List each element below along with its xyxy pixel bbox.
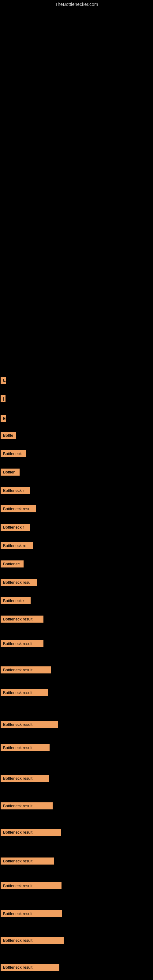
bottleneck-row: Bottleneck result [1,689,48,697]
bottleneck-label[interactable]: Bottleneck result [1,689,48,696]
bottleneck-label[interactable]: Bottleneck result [1,910,62,917]
bottleneck-row: Bottleneck resu [1,579,37,587]
bottleneck-label[interactable]: E [1,415,6,422]
bottleneck-label[interactable]: Bottleneck result [1,882,62,889]
bottleneck-label[interactable]: Bottle [1,432,16,439]
bottleneck-row: Bottlen [1,469,19,477]
bottleneck-label[interactable]: Bottleneck [1,450,26,457]
bottleneck-label[interactable]: E [1,377,6,384]
bottleneck-row: Bottleneck r [1,524,30,532]
bottleneck-label[interactable]: | [1,395,5,402]
bottleneck-label[interactable]: Bottlenec [1,560,24,568]
bottleneck-label[interactable]: Bottleneck result [1,858,54,865]
bottleneck-label[interactable]: Bottleneck result [1,667,51,673]
bottleneck-label[interactable]: Bottleneck result [1,640,43,647]
bottleneck-row: Bottleneck result [1,802,53,811]
site-title: TheBottlenecker.com [55,2,98,7]
bottleneck-row: Bottleneck [1,450,26,458]
bottleneck-row: Bottleneck result [1,910,62,918]
bottleneck-label[interactable]: Bottleneck r [1,597,30,604]
bottleneck-row: Bottleneck result [1,775,49,783]
bottleneck-label[interactable]: Bottleneck re [1,542,33,549]
bottleneck-label[interactable]: Bottleneck result [1,829,61,836]
bottleneck-label[interactable]: Bottleneck r [1,524,30,531]
bottleneck-label[interactable]: Bottleneck resu [1,579,37,586]
bottleneck-row: Bottle [1,432,16,440]
bottleneck-row: | [1,395,5,403]
bottleneck-label[interactable]: Bottleneck r [1,487,30,494]
bottleneck-label[interactable]: Bottleneck result [1,937,64,944]
site-title-container: TheBottlenecker.com [0,2,153,7]
bottleneck-label[interactable]: Bottlen [1,469,19,476]
bottleneck-label[interactable]: Bottleneck result [1,775,49,782]
bottleneck-row: E [1,377,6,385]
bottleneck-label[interactable]: Bottleneck result [1,802,53,810]
bottleneck-row: Bottleneck result [1,937,64,945]
bottleneck-row: Bottleneck result [1,882,62,891]
bottleneck-row: Bottleneck r [1,487,30,495]
bottleneck-row: Bottleneck r [1,597,30,605]
bottleneck-label[interactable]: Bottleneck result [1,744,49,751]
bottleneck-row: Bottleneck result [1,667,51,675]
bottleneck-row: Bottleneck result [1,964,59,972]
bottleneck-row: Bottleneck result [1,829,61,837]
bottleneck-row: Bottleneck result [1,616,43,624]
bottleneck-label[interactable]: Bottleneck result [1,721,58,728]
bottleneck-row: E [1,415,6,423]
bottleneck-row: Bottleneck result [1,640,43,648]
bottleneck-row: Bottlenec [1,560,24,569]
bottleneck-label[interactable]: Bottleneck result [1,616,43,623]
bottleneck-row: Bottleneck result [1,721,58,729]
bottleneck-label[interactable]: Bottleneck resu [1,505,36,512]
bottleneck-label[interactable]: Bottleneck result [1,964,59,971]
bottleneck-row: Bottleneck result [1,744,49,752]
bottleneck-row: Bottleneck result [1,858,54,866]
bottleneck-row: Bottleneck resu [1,505,36,514]
bottleneck-row: Bottleneck re [1,542,33,550]
